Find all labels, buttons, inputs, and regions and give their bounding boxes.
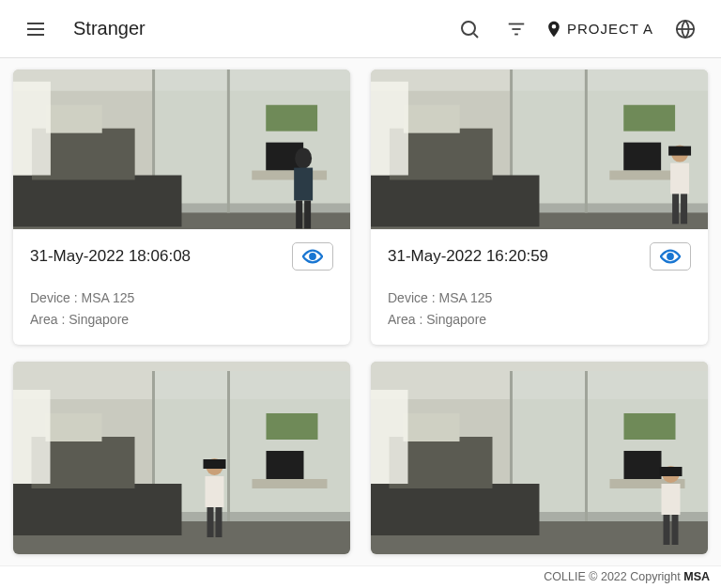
area-label: Area : bbox=[30, 312, 69, 327]
event-thumbnail[interactable] bbox=[13, 362, 350, 554]
globe-icon[interactable] bbox=[667, 10, 704, 48]
eye-icon bbox=[660, 246, 681, 267]
device-value: MSA 125 bbox=[438, 290, 492, 305]
event-card: 31-May-2022 16:20:59 Device : MSA 125 Ar… bbox=[371, 70, 708, 345]
area-value: Singapore bbox=[426, 312, 486, 327]
event-timestamp: 31-May-2022 18:06:08 bbox=[30, 247, 191, 266]
filter-icon[interactable] bbox=[498, 10, 535, 48]
event-card bbox=[13, 362, 350, 554]
location-icon bbox=[545, 20, 563, 39]
top-app-bar: Stranger PROJECT A bbox=[0, 0, 721, 58]
device-label: Device : bbox=[30, 290, 81, 305]
event-card bbox=[371, 362, 708, 554]
project-selector[interactable]: PROJECT A bbox=[545, 20, 653, 39]
svg-point-3 bbox=[462, 22, 475, 35]
eye-icon bbox=[302, 246, 323, 267]
footer-text: COLLIE © 2022 Copyright bbox=[544, 570, 683, 583]
footer-brand: MSA bbox=[683, 570, 710, 583]
project-label: PROJECT A bbox=[567, 21, 653, 37]
event-grid: 31-May-2022 18:06:08 Device : MSA 125 Ar… bbox=[0, 58, 721, 565]
svg-point-33 bbox=[667, 254, 673, 259]
page-title: Stranger bbox=[73, 18, 441, 39]
search-icon[interactable] bbox=[451, 10, 488, 48]
event-thumbnail[interactable] bbox=[13, 70, 350, 229]
event-card: 31-May-2022 18:06:08 Device : MSA 125 Ar… bbox=[13, 70, 350, 345]
area-label: Area : bbox=[388, 312, 426, 327]
view-button[interactable] bbox=[650, 242, 691, 271]
event-thumbnail[interactable] bbox=[371, 362, 708, 554]
event-timestamp: 31-May-2022 16:20:59 bbox=[388, 247, 548, 266]
menu-icon[interactable] bbox=[17, 10, 54, 48]
event-meta: Device : MSA 125 Area : Singapore bbox=[30, 287, 333, 330]
device-value: MSA 125 bbox=[81, 290, 134, 305]
view-button[interactable] bbox=[292, 242, 333, 271]
svg-point-32 bbox=[310, 254, 315, 259]
footer: COLLIE © 2022 Copyright MSA bbox=[0, 565, 721, 588]
event-thumbnail[interactable] bbox=[371, 70, 708, 229]
device-label: Device : bbox=[388, 290, 438, 305]
area-value: Singapore bbox=[69, 312, 129, 327]
svg-line-4 bbox=[474, 33, 478, 37]
event-meta: Device : MSA 125 Area : Singapore bbox=[388, 287, 691, 330]
